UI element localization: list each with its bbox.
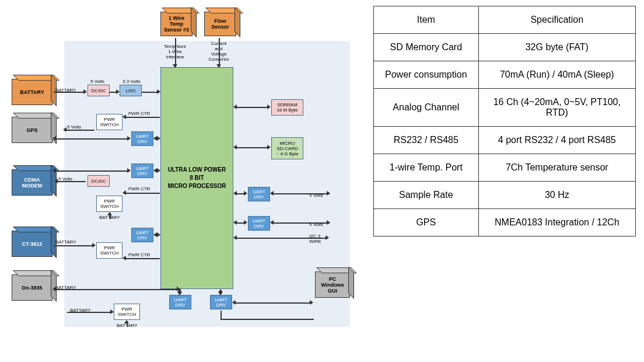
main-container: 1 Wire Temp Sensor #3 Flow Sensor Tempri…: [0, 0, 644, 362]
uart-drv-4: UART DRV: [169, 295, 191, 309]
dcdc-block-2: DC/DC: [88, 175, 110, 187]
temp-sensor-cube: 1 Wire Temp Sensor #3: [160, 12, 192, 36]
pwrctr-label-1: PWR CTR: [128, 111, 150, 116]
pwr-switch-4: PWR SWITCH: [114, 304, 140, 320]
do3835-cube: Do-3835: [12, 274, 52, 301]
uart-drv-3: UART DRV: [131, 228, 153, 242]
table-row: SD Memory Card32G byte (FAT): [374, 34, 636, 61]
pwr-switch-3: PWR SWITCH: [96, 242, 123, 259]
cell-item: GPS: [374, 209, 479, 236]
cell-item: RS232 / RS485: [374, 127, 479, 154]
arrow-head: [173, 64, 177, 68]
uart-drv-5: UART DRV: [210, 295, 232, 309]
uart-drv-2: UART DRV: [131, 163, 153, 178]
table-row: 1-wire Temp. Port7Ch Temperature sensor: [374, 154, 636, 182]
v5-label-2: 5 Volts: [67, 124, 81, 130]
specification-table: Item Specification SD Memory Card32G byt…: [373, 6, 636, 236]
flow-sensor-cube: Flow Sensor: [204, 12, 236, 36]
uart-drv-6: UART DRV: [248, 187, 270, 201]
battery-label-3: BATTARY: [55, 239, 76, 245]
cell-item: Power consumption: [374, 61, 479, 89]
pc-gui-cube: PC Windows GUI: [315, 272, 350, 298]
pwrctr-label-2: PWR CTR: [128, 186, 150, 192]
v33-label: 3.3 Volts: [123, 79, 141, 84]
header-item: Item: [374, 6, 479, 34]
cell-spec: NMEA0183 Integration / 12Ch: [478, 209, 635, 236]
table-header-row: Item Specification: [374, 6, 636, 34]
cell-item: Analog Channel: [374, 89, 479, 127]
v5-label-1: 5 Volts: [90, 79, 104, 84]
block-diagram: 1 Wire Temp Sensor #3 Flow Sensor Tempri…: [0, 0, 373, 362]
header-spec: Specification: [478, 6, 635, 34]
cell-item: 1-wire Temp. Port: [374, 154, 479, 182]
cell-item: Sample Rate: [374, 182, 479, 209]
cell-spec: 7Ch Temperature sensor: [478, 154, 635, 182]
gps-cube: GPS: [12, 117, 52, 143]
table-row: RS232 / RS4854 port RS232 / 4 port RS485: [374, 127, 636, 154]
arrow: [175, 38, 176, 67]
table-row: Power consumption70mA (Run) / 40mA (Slee…: [374, 61, 636, 89]
ct3912-cube: CT-3912: [12, 231, 52, 257]
uart-drv-1: UART DRV: [131, 131, 153, 146]
cell-spec: 70mA (Run) / 40mA (Sleep): [478, 61, 635, 89]
dcdc-block-1: DC/DC: [88, 85, 110, 96]
cdma-cube: CDMA MODEM: [12, 169, 52, 196]
uart-drv-7: UART DRV: [248, 216, 270, 231]
i2c-label: I2C 3 WIRE: [309, 234, 321, 244]
spec-table-area: Item Specification SD Memory Card32G byt…: [373, 0, 642, 362]
cell-spec: 4 port RS232 / 4 port RS485: [478, 127, 635, 154]
cell-spec: 32G byte (FAT): [478, 34, 635, 61]
arrow-head: [216, 64, 221, 68]
arrow: [219, 38, 220, 67]
sdram-block: SDRRAM 16 M Byte: [271, 99, 303, 116]
pwrctr-label-3: PWR CTR: [128, 252, 150, 257]
ldo-block: LDO: [120, 85, 142, 96]
cell-item: SD Memory Card: [374, 34, 479, 61]
table-row: Sample Rate30 Hz: [374, 182, 636, 209]
sdcard-block: MICRO SD-CARD ~ 4 G Byte: [271, 137, 303, 159]
table-row: Analog Channel16 Ch (4~20mA, 0~5V, PT100…: [374, 89, 636, 127]
table-row: GPSNMEA0183 Integration / 12Ch: [374, 209, 636, 236]
battery-cube: BATTARY: [12, 79, 52, 105]
micro-processor: ULTRA LOW POWER 8 BIT MICRO PROCESSOR: [160, 67, 233, 289]
cell-spec: 30 Hz: [478, 182, 635, 209]
cell-spec: 16 Ch (4~20mA, 0~5V, PT100, RTD): [478, 89, 635, 127]
pwr-switch-1: PWR SWITCH: [96, 114, 123, 130]
pwr-switch-2: PWR SWITCH: [96, 196, 123, 212]
